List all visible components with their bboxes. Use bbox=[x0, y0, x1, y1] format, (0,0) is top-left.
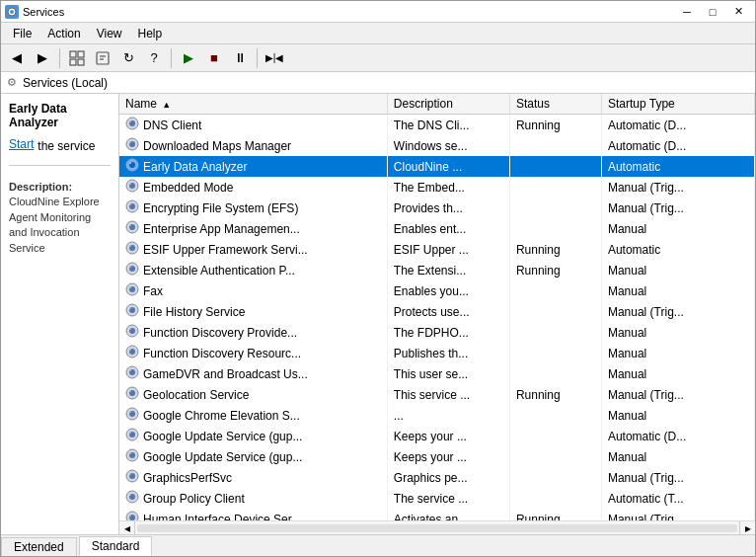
cell-status: Running bbox=[509, 260, 601, 280]
service-icon bbox=[125, 448, 139, 465]
service-name-text: DNS Client bbox=[143, 119, 201, 132]
cell-startup: Manual bbox=[601, 260, 754, 280]
forward-button[interactable]: ▶ bbox=[31, 46, 54, 70]
service-icon bbox=[125, 117, 139, 133]
show-hide-button[interactable] bbox=[65, 46, 89, 70]
cell-description: CloudNine ... bbox=[387, 156, 509, 177]
table-row[interactable]: Embedded ModeThe Embed...Manual (Trig... bbox=[119, 177, 755, 198]
start-service-link[interactable]: Start bbox=[9, 137, 34, 151]
scroll-right-button[interactable]: ▸ bbox=[739, 521, 755, 535]
cell-name: Human Interface Device Ser... bbox=[119, 509, 387, 520]
col-status[interactable]: Status bbox=[509, 94, 601, 115]
table-row[interactable]: ESIF Upper Framework Servi...ESIF Upper … bbox=[119, 239, 755, 260]
cell-status bbox=[509, 405, 601, 426]
cell-startup: Manual bbox=[601, 446, 754, 467]
properties-button[interactable] bbox=[91, 46, 114, 70]
menu-action[interactable]: Action bbox=[39, 25, 88, 42]
cell-name: GraphicsPerfSvc bbox=[119, 467, 387, 488]
cell-name: File History Service bbox=[119, 301, 387, 322]
table-row[interactable]: Geolocation ServiceThis service ...Runni… bbox=[119, 384, 755, 405]
cell-description: ESIF Upper ... bbox=[387, 239, 509, 260]
table-row[interactable]: DNS ClientThe DNS Cli...RunningAutomatic… bbox=[119, 115, 755, 136]
toolbar-sep1 bbox=[59, 48, 60, 68]
cell-name: Enterprise App Managemen... bbox=[119, 218, 387, 239]
start-service-button[interactable]: ▶ bbox=[177, 46, 200, 70]
export-button[interactable]: ▶|◀ bbox=[263, 46, 286, 70]
service-icon bbox=[125, 386, 139, 403]
cell-status: Running bbox=[509, 509, 601, 520]
menu-view[interactable]: View bbox=[89, 25, 130, 42]
cell-status bbox=[509, 467, 601, 488]
horizontal-scrollbar[interactable]: ◂ ▸ bbox=[119, 520, 755, 534]
menu-file[interactable]: File bbox=[5, 25, 39, 42]
service-name-text: Early Data Analyzer bbox=[143, 160, 247, 174]
table-row[interactable]: Downloaded Maps ManagerWindows se...Auto… bbox=[119, 135, 755, 156]
table-row[interactable]: Google Update Service (gup...Keeps your … bbox=[119, 446, 755, 467]
table-row[interactable]: Extensible Authentication P...The Extens… bbox=[119, 260, 755, 280]
table-row[interactable]: Enterprise App Managemen...Enables ent..… bbox=[119, 218, 755, 239]
table-row[interactable]: Google Update Service (gup...Keeps your … bbox=[119, 426, 755, 446]
service-name-text: Google Update Service (gup... bbox=[143, 430, 302, 443]
app-window: Services ─ □ ✕ File Action View Help ◀ ▶ bbox=[0, 0, 756, 557]
cell-status bbox=[509, 488, 601, 509]
cell-startup: Automatic (T... bbox=[601, 488, 754, 509]
cell-status bbox=[509, 156, 601, 177]
pause-service-button[interactable]: ⏸ bbox=[228, 46, 252, 70]
back-button[interactable]: ◀ bbox=[5, 46, 29, 70]
close-button[interactable]: ✕ bbox=[725, 1, 751, 23]
cell-description: This service ... bbox=[387, 384, 509, 405]
bottom-tabs: Extended Standard bbox=[1, 534, 755, 556]
action-text: the service bbox=[38, 139, 95, 153]
cell-status bbox=[509, 363, 601, 384]
table-row[interactable]: Google Chrome Elevation S......Manual bbox=[119, 405, 755, 426]
stop-service-button[interactable]: ■ bbox=[202, 46, 226, 70]
tab-extended[interactable]: Extended bbox=[1, 537, 77, 556]
col-description[interactable]: Description bbox=[387, 94, 509, 115]
cell-status bbox=[509, 280, 601, 301]
window-controls: ─ □ ✕ bbox=[674, 1, 751, 23]
menu-help[interactable]: Help bbox=[130, 25, 171, 42]
scroll-left-button[interactable]: ◂ bbox=[119, 521, 135, 535]
service-icon bbox=[125, 345, 139, 361]
table-row[interactable]: FaxEnables you...Manual bbox=[119, 280, 755, 301]
cell-startup: Manual bbox=[601, 363, 754, 384]
table-row[interactable]: Function Discovery Resourc...Publishes t… bbox=[119, 343, 755, 363]
service-name-text: Encrypting File System (EFS) bbox=[143, 201, 298, 215]
table-row[interactable]: File History ServiceProtects use...Manua… bbox=[119, 301, 755, 322]
col-startup[interactable]: Startup Type bbox=[601, 94, 754, 115]
help-button[interactable]: ? bbox=[142, 46, 166, 70]
maximize-button[interactable]: □ bbox=[700, 1, 725, 23]
cell-name: ESIF Upper Framework Servi... bbox=[119, 239, 387, 260]
service-icon bbox=[125, 407, 139, 424]
table-row[interactable]: Encrypting File System (EFS)Provides th.… bbox=[119, 198, 755, 218]
table-row[interactable]: Group Policy ClientThe service ...Automa… bbox=[119, 488, 755, 509]
tab-standard[interactable]: Standard bbox=[79, 536, 153, 556]
address-bar: ⚙ Services (Local) bbox=[1, 72, 755, 94]
refresh-button[interactable]: ↻ bbox=[116, 46, 140, 70]
table-row[interactable]: GameDVR and Broadcast Us...This user se.… bbox=[119, 363, 755, 384]
svg-rect-4 bbox=[70, 59, 76, 65]
svg-point-17 bbox=[129, 162, 131, 164]
cell-name: Google Chrome Elevation S... bbox=[119, 405, 387, 426]
service-icon bbox=[125, 220, 139, 237]
cell-name: Google Update Service (gup... bbox=[119, 446, 387, 467]
toolbar-sep3 bbox=[257, 48, 258, 68]
table-row[interactable]: Function Discovery Provide...The FDPHO..… bbox=[119, 322, 755, 343]
service-icon bbox=[125, 137, 139, 154]
table-row[interactable]: GraphicsPerfSvcGraphics pe...Manual (Tri… bbox=[119, 467, 755, 488]
svg-point-41 bbox=[129, 328, 131, 330]
cell-status bbox=[509, 446, 601, 467]
svg-point-14 bbox=[129, 141, 131, 143]
cell-status: Running bbox=[509, 115, 601, 136]
table-row[interactable]: Early Data AnalyzerCloudNine ...Automati… bbox=[119, 156, 755, 177]
minimize-button[interactable]: ─ bbox=[674, 1, 700, 23]
table-row[interactable]: Human Interface Device Ser...Activates a… bbox=[119, 509, 755, 520]
col-name[interactable]: Name ▲ bbox=[119, 94, 387, 115]
cell-description: The service ... bbox=[387, 488, 509, 509]
window-title: Services bbox=[23, 6, 64, 18]
left-panel: Early Data Analyzer Start the service De… bbox=[1, 94, 119, 534]
cell-description: Graphics pe... bbox=[387, 467, 509, 488]
services-scroll[interactable]: Name ▲ Description Status Startup Type D… bbox=[119, 94, 755, 520]
cell-name: Early Data Analyzer bbox=[119, 156, 387, 177]
cell-name: Geolocation Service bbox=[119, 384, 387, 405]
